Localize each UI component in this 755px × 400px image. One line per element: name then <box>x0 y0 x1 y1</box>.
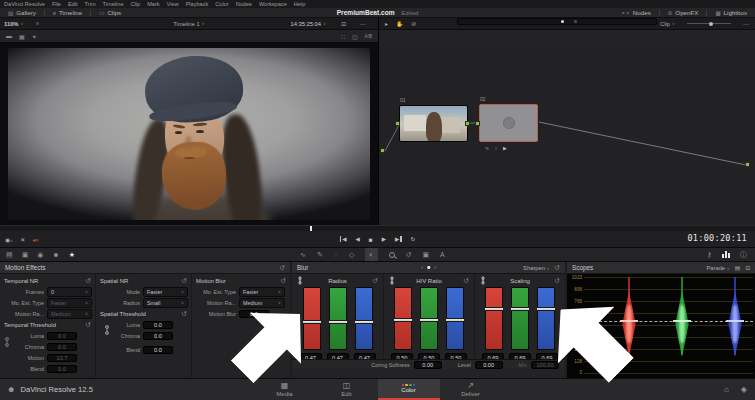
slider-handle[interactable] <box>303 320 321 324</box>
timeline-button[interactable]: ≡ Timeline <box>45 8 90 17</box>
source-port[interactable] <box>380 148 385 153</box>
tt-chroma-value[interactable]: 0.0 <box>47 343 77 351</box>
settings-icon[interactable]: ◈ <box>741 385 747 394</box>
hv-red-slider[interactable] <box>394 287 412 350</box>
node-nav-strip[interactable] <box>457 18 657 25</box>
slider-handle[interactable] <box>329 320 347 324</box>
link-icon[interactable] <box>297 276 303 285</box>
link-icon[interactable] <box>389 276 395 285</box>
scope-expand-icon[interactable]: ⊡ <box>745 265 750 271</box>
st-luma-value[interactable]: 0.0 <box>143 321 173 329</box>
slider-handle[interactable] <box>485 307 503 311</box>
scaling-red-slider[interactable] <box>485 287 503 350</box>
split-mode-icon[interactable]: ▦ <box>19 33 25 40</box>
scaling-blue-slider[interactable] <box>537 287 555 350</box>
coring-softness-value[interactable]: 0.00 <box>414 361 442 369</box>
scope-mode-dropdown[interactable]: Parade ∨ <box>706 265 729 271</box>
reset-icon[interactable]: ↺ <box>86 321 91 329</box>
radius-red-slider[interactable] <box>303 287 321 350</box>
mix-value[interactable]: 100.00 <box>531 361 559 369</box>
color-match-icon[interactable]: ▣ <box>22 251 29 259</box>
reset-icon[interactable]: ↺ <box>373 277 378 285</box>
menu-timeline[interactable]: Timeline <box>103 1 124 7</box>
scaling-green-slider[interactable] <box>511 287 529 350</box>
node-options-icon[interactable]: ⋯ <box>743 18 749 29</box>
tt-blend-value[interactable]: 0.0 <box>47 365 77 373</box>
wipe-mode-icon[interactable]: ▬ <box>6 33 12 39</box>
blur-palette-icon-active[interactable]: ◐ <box>365 248 377 261</box>
info-icon[interactable]: ⓘ <box>740 250 747 260</box>
tab-color-active[interactable]: Color <box>378 379 440 400</box>
radius-blue-slider[interactable] <box>355 287 373 350</box>
star-grade-icon[interactable]: ★ <box>69 251 75 259</box>
menu-edit[interactable]: Edit <box>68 1 78 7</box>
stop-button[interactable]: ■ <box>369 236 373 243</box>
stabilizer-icon[interactable]: ▣ <box>422 251 429 259</box>
expand-viewer-icon[interactable]: ⊡ <box>341 18 346 29</box>
slider-handle[interactable] <box>355 320 373 324</box>
slider-handle[interactable] <box>446 318 464 322</box>
window-diamond-icon[interactable]: ◇ <box>349 251 354 259</box>
home-icon[interactable]: ⌂ <box>724 385 729 394</box>
node-zoom-slider[interactable] <box>687 18 731 29</box>
reset-icon[interactable]: ↺ <box>182 310 187 318</box>
grid-dots-icon[interactable]: ∷ <box>341 33 345 40</box>
menu-view[interactable]: View <box>167 1 179 7</box>
menu-mark[interactable]: Mark <box>147 1 159 7</box>
hv-green-slider[interactable] <box>420 287 438 350</box>
frames-dropdown[interactable]: 0∨ <box>47 287 92 297</box>
tracker-icon[interactable]: ↺ <box>406 251 412 259</box>
menu-trim[interactable]: Trim <box>85 1 96 7</box>
text-a-icon[interactable]: A <box>440 251 445 258</box>
skip-start-button[interactable]: ◀ <box>340 236 347 242</box>
magnifier-icon[interactable] <box>389 252 395 258</box>
tab-media[interactable]: ▦ Media <box>254 379 316 400</box>
menu-color[interactable]: Color <box>215 1 228 7</box>
menu-help[interactable]: Help <box>294 1 306 7</box>
level-value[interactable]: 0.00 <box>475 361 503 369</box>
scope-settings-icon[interactable]: ▤ <box>735 265 740 271</box>
blur-mode-dropdown[interactable]: Sharpen ∨ <box>523 265 549 271</box>
color-wheels-icon[interactable]: ◉ <box>37 251 43 259</box>
keyframes-icon[interactable]: ⚷ <box>707 251 712 259</box>
play-button[interactable]: ▶ <box>382 236 386 242</box>
rgb-mixer-icon[interactable]: ☻ <box>52 251 59 258</box>
mode-dropdown[interactable]: Faster∨ <box>143 287 188 297</box>
reset-icon[interactable]: ↺ <box>281 277 286 285</box>
tt-luma-value[interactable]: 0.0 <box>47 332 77 340</box>
nodes-button[interactable]: ⚬⚬ Nodes <box>613 8 659 17</box>
corrector-node-01[interactable] <box>399 105 468 142</box>
reset-icon[interactable]: ↺ <box>555 277 560 285</box>
reset-icon[interactable]: ↺ <box>464 277 469 285</box>
step-back-button[interactable]: ◀ <box>355 236 359 242</box>
pan-tool-icon[interactable]: ✋ <box>396 21 403 27</box>
node-graph[interactable]: 01 02 ∿ ○ ▶ <box>378 43 755 225</box>
compare-icon[interactable]: ◫ <box>352 33 358 40</box>
menu-app[interactable]: DaVinci Resolve <box>4 1 45 7</box>
menu-workspace[interactable]: Workspace <box>259 1 287 7</box>
node1-input-port[interactable] <box>395 121 400 126</box>
clips-button[interactable]: ▭ Clips <box>91 8 129 17</box>
link-icon[interactable] <box>4 336 10 348</box>
reset-icon[interactable]: ↺ <box>182 277 187 285</box>
tab-edit[interactable]: ◫ Edit <box>316 379 378 400</box>
skip-end-button[interactable]: ▶ <box>395 236 402 242</box>
disable-tool-icon[interactable]: ⊘ <box>411 21 416 27</box>
scopes-icon-active[interactable] <box>722 251 730 258</box>
st-blend-value[interactable]: 0.0 <box>143 346 173 354</box>
reset-icon[interactable]: ↺ <box>86 277 91 285</box>
radius-green-slider[interactable] <box>329 287 347 350</box>
mb-motion-range-dropdown[interactable]: Medium∨ <box>239 298 285 308</box>
node1-output-port[interactable] <box>465 121 470 126</box>
link-icon[interactable] <box>104 324 110 336</box>
timestamp-dropdown[interactable]: 14:35:25:04 ∨ <box>290 18 326 29</box>
menu-nodes[interactable]: Nodes <box>236 1 252 7</box>
slider-handle[interactable] <box>511 307 529 311</box>
ab-compare-toggle[interactable]: A/B <box>365 34 372 39</box>
node2-input-port[interactable] <box>475 121 480 126</box>
panel-page-dots[interactable] <box>421 266 437 269</box>
slider-handle[interactable] <box>537 307 555 311</box>
link-icon[interactable] <box>480 276 486 285</box>
st-chroma-value[interactable]: 0.0 <box>143 332 173 340</box>
improve-wand-icon[interactable]: ✦ <box>32 33 37 40</box>
